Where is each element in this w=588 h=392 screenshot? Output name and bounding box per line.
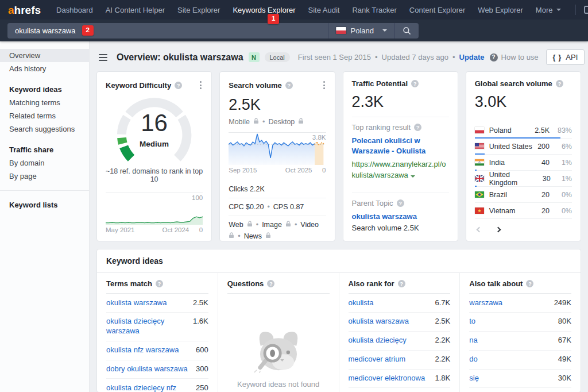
ideas-column-also-talk-about: Also talk about?warszawa249Kto80Kna67Kdo… <box>459 273 581 392</box>
lock-icon <box>285 221 291 227</box>
column-header-questions: Questions? <box>227 273 330 294</box>
country-list-pagination <box>475 219 572 233</box>
update-link[interactable]: Update <box>459 53 485 62</box>
keyword-row: dobry okulista warszawa300 <box>106 360 208 379</box>
keyword-link[interactable]: okulista dziecięcy nfz warszawa <box>106 383 190 392</box>
help-circle-icon[interactable]: ? <box>175 82 182 89</box>
keyword-link[interactable]: medicover atrium <box>349 355 430 364</box>
ahrefs-keywords-explorer-app: ahrefs DashboardAI Content HelperSite Ex… <box>0 0 588 392</box>
country-row-poland[interactable]: Poland2.5K83% <box>475 122 572 139</box>
nav-item-web-explorer[interactable]: Web Explorer <box>471 0 529 20</box>
keyword-link[interactable]: dobry okulista warszawa <box>106 364 190 374</box>
keyword-link[interactable]: okulista <box>349 298 430 308</box>
keyword-link[interactable]: medicover elektronowa <box>349 374 430 383</box>
country-row-united-kingdom[interactable]: United Kingdom301% <box>475 171 572 187</box>
more-menu[interactable]: More <box>529 0 568 20</box>
ahrefs-logo[interactable]: ahrefs <box>8 5 41 16</box>
sidebar-item-overview[interactable]: Overview <box>0 49 89 62</box>
keyword-link[interactable]: do <box>469 355 552 364</box>
difficulty-sparkline <box>106 203 203 225</box>
keyword-volume: 1.6K <box>193 317 208 325</box>
cpc-value: CPC $0.20 <box>229 203 264 211</box>
sidebar-item-related-terms[interactable]: Related terms <box>0 109 89 122</box>
api-button[interactable]: { } API <box>546 49 585 65</box>
sidebar-section-keyword-ideas: Keyword ideas <box>0 83 89 96</box>
country-row-brazil[interactable]: Brazil200% <box>475 187 572 203</box>
dot-separator: • <box>256 221 258 229</box>
nav-item-label: Dashboard <box>56 6 93 14</box>
column-header-also-talk-about: Also talk about? <box>469 273 571 294</box>
keyword-link[interactable]: warszawa <box>469 298 548 308</box>
united-kingdom-flag-icon <box>475 175 484 182</box>
sidebar-toggle-icon[interactable] <box>98 53 109 62</box>
keyword-search-input[interactable]: okulista warszawa 2 <box>7 23 328 39</box>
nav-item-label: Web Explorer <box>478 6 523 14</box>
help-circle-icon[interactable]: ? <box>398 280 405 287</box>
help-circle-icon[interactable]: ? <box>285 82 293 89</box>
help-circle-icon[interactable]: ? <box>156 280 163 287</box>
parent-topic-label: Parent Topic <box>352 199 393 207</box>
keyword-row: medicover elektronowa1.8K <box>349 370 451 389</box>
nav-item-content-explorer[interactable]: Content Explorer <box>403 0 472 20</box>
keyword-link[interactable]: okulista dziecięcy warszawa <box>106 317 187 336</box>
keyword-link[interactable]: na <box>469 336 552 345</box>
nav-item-keywords-explorer[interactable]: Keywords Explorer1 <box>226 0 301 20</box>
help-circle-icon[interactable]: ? <box>526 280 533 287</box>
sidebar-item-search-suggestions[interactable]: Search suggestions <box>0 122 89 136</box>
country-row-india[interactable]: India401% <box>475 155 572 171</box>
keyword-link[interactable]: się <box>469 374 552 383</box>
help-circle-icon[interactable]: ? <box>411 80 419 87</box>
keyword-link[interactable]: to <box>469 317 552 326</box>
keyword-link[interactable]: okulista nfz warszawa <box>106 345 190 355</box>
how-to-use-link[interactable]: ? How to use <box>490 53 539 62</box>
x-axis-end: Oct 2024 <box>163 226 189 233</box>
sidebar-item-by-page[interactable]: By page <box>0 170 89 183</box>
code-braces-icon: { } <box>553 53 562 62</box>
sidebar-item-by-domain[interactable]: By domain <box>0 156 89 170</box>
sidebar-item-ads-history[interactable]: Ads history <box>0 62 89 75</box>
kebab-menu-icon[interactable] <box>199 79 203 91</box>
poland-flag-icon <box>475 127 484 133</box>
keyword-link[interactable]: okulista warszawa <box>106 298 187 308</box>
workspace-menu[interactable]: blog@gdaq.pl's w... <box>584 1 588 18</box>
view-all-link-also-rank-for[interactable]: View all 810 <box>349 388 451 392</box>
nav-item-site-explorer[interactable]: Site Explorer <box>171 0 226 20</box>
top-result-title-link[interactable]: Polecani okuliści w Warszawie - Okulista <box>352 136 449 156</box>
country-name: Brazil <box>489 191 507 199</box>
country-row-vietnam[interactable]: Vietnam200% <box>475 203 572 219</box>
x-axis-start: Sep 2015 <box>229 167 257 174</box>
united-states-flag-icon <box>475 143 484 149</box>
country-selector[interactable]: Poland <box>328 23 394 39</box>
sidebar: OverviewAds historyKeyword ideasMatching… <box>0 41 90 392</box>
previous-page-icon <box>477 225 481 233</box>
nav-item-site-audit[interactable]: Site Audit <box>302 0 346 20</box>
help-circle-icon[interactable]: ? <box>414 124 421 131</box>
keyword-link[interactable]: okulista dziecięcy <box>349 336 430 345</box>
view-all-link-also-talk-about[interactable]: View all 83 <box>469 388 571 392</box>
keyword-row: do49K <box>469 351 571 370</box>
nav-item-dashboard[interactable]: Dashboard <box>50 0 99 20</box>
search-button[interactable] <box>394 23 419 39</box>
keyword-row: na67K <box>469 332 571 351</box>
keyword-volume: 67K <box>558 336 571 344</box>
help-circle-icon[interactable]: ? <box>267 280 274 287</box>
questions-empty-state: Keyword ideas not found <box>227 294 330 392</box>
next-page-icon[interactable] <box>496 225 500 233</box>
help-circle-icon[interactable]: ? <box>397 199 404 207</box>
keyword-link[interactable]: okulista warszawa <box>349 317 430 326</box>
india-flag-icon <box>475 159 484 166</box>
serp-video-label: Video <box>300 221 319 229</box>
search-query-text: okulista warszawa <box>15 26 76 35</box>
country-row-united-states[interactable]: United States2006% <box>475 139 572 155</box>
top-result-url-link[interactable]: https://www.znanylekarz.pl/okulista/wars… <box>352 159 449 181</box>
section-label: Top ranking result ? <box>352 123 449 132</box>
kebab-menu-icon[interactable] <box>322 79 326 91</box>
nav-item-rank-tracker[interactable]: Rank Tracker <box>346 0 403 20</box>
nav-item-ai-content-helper[interactable]: AI Content Helper <box>99 0 171 20</box>
help-circle-icon[interactable]: ? <box>556 80 563 87</box>
sidebar-item-matching-terms[interactable]: Matching terms <box>0 96 89 109</box>
parent-topic-link[interactable]: okulista warszawa <box>352 212 449 222</box>
keyword-ideas-panel: Keyword ideas Terms match?okulista warsz… <box>96 249 581 392</box>
card-header: Traffic Potential ? <box>352 79 449 88</box>
lock-icon <box>298 118 304 126</box>
